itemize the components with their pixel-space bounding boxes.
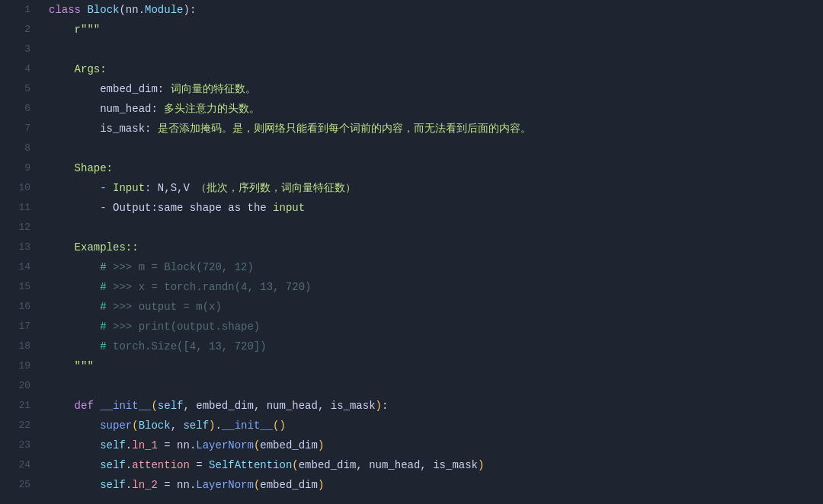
line-num-12: 12 bbox=[6, 218, 30, 238]
code-line-19: """ bbox=[49, 356, 811, 376]
line-num-15: 15 bbox=[6, 277, 30, 297]
code-line-22: super(Block, self).__init__() bbox=[49, 416, 811, 435]
line-num-5: 5 bbox=[6, 79, 30, 99]
code-line-20 bbox=[49, 376, 811, 396]
line-num-25: 25 bbox=[6, 475, 30, 495]
line-num-2: 2 bbox=[6, 20, 30, 40]
code-line-12 bbox=[49, 218, 811, 238]
code-line-3 bbox=[49, 40, 811, 59]
code-line-24: self.attention = SelfAttention(embed_dim… bbox=[49, 455, 811, 475]
code-line-4: Args: bbox=[49, 59, 811, 79]
line-num-9: 9 bbox=[6, 158, 30, 178]
code-line-21: def __init__(self, embed_dim, num_head, … bbox=[49, 396, 811, 416]
line-numbers: 1 2 3 4 5 6 7 8 9 10 11 12 13 14 15 16 1… bbox=[0, 0, 37, 504]
code-line-10: - Input: N,S,V （批次，序列数，词向量特征数） bbox=[49, 178, 811, 198]
code-line-9: Shape: bbox=[49, 158, 811, 178]
line-num-17: 17 bbox=[6, 317, 30, 337]
line-num-7: 7 bbox=[6, 119, 30, 139]
line-num-8: 8 bbox=[6, 139, 30, 158]
line-num-13: 13 bbox=[6, 238, 30, 257]
line-num-4: 4 bbox=[6, 59, 30, 79]
line-num-11: 11 bbox=[6, 198, 30, 218]
line-num-10: 10 bbox=[6, 178, 30, 198]
line-num-19: 19 bbox=[6, 356, 30, 376]
line-num-16: 16 bbox=[6, 297, 30, 317]
code-line-18: # torch.Size([4, 13, 720]) bbox=[49, 337, 811, 356]
code-line-1: class Block(nn.Module): bbox=[49, 0, 811, 20]
line-num-21: 21 bbox=[6, 396, 30, 416]
line-num-22: 22 bbox=[6, 416, 30, 435]
line-num-6: 6 bbox=[6, 99, 30, 119]
line-num-3: 3 bbox=[6, 40, 30, 59]
code-line-14: # >>> m = Block(720, 12) bbox=[49, 257, 811, 277]
code-line-16: # >>> output = m(x) bbox=[49, 297, 811, 317]
code-line-5: embed_dim: 词向量的特征数。 bbox=[49, 79, 811, 99]
line-num-14: 14 bbox=[6, 257, 30, 277]
code-line-8 bbox=[49, 139, 811, 158]
code-line-15: # >>> x = torch.randn(4, 13, 720) bbox=[49, 277, 811, 297]
code-line-25: self.ln_2 = nn.LayerNorm(embed_dim) bbox=[49, 475, 811, 495]
code-line-6: num_head: 多头注意力的头数。 bbox=[49, 99, 811, 119]
code-content[interactable]: class Block(nn.Module): r""" Args: embed… bbox=[37, 0, 823, 504]
code-line-17: # >>> print(output.shape) bbox=[49, 317, 811, 337]
line-num-23: 23 bbox=[6, 435, 30, 455]
line-num-24: 24 bbox=[6, 455, 30, 475]
code-editor: 1 2 3 4 5 6 7 8 9 10 11 12 13 14 15 16 1… bbox=[0, 0, 823, 504]
code-line-11: - Output:same shape as the input bbox=[49, 198, 811, 218]
line-num-1: 1 bbox=[6, 0, 30, 20]
code-line-23: self.ln_1 = nn.LayerNorm(embed_dim) bbox=[49, 435, 811, 455]
code-line-2: r""" bbox=[49, 20, 811, 40]
code-line-13: Examples:: bbox=[49, 238, 811, 257]
line-num-18: 18 bbox=[6, 337, 30, 356]
code-line-7: is_mask: 是否添加掩码。是，则网络只能看到每个词前的内容，而无法看到后面… bbox=[49, 119, 811, 139]
line-num-20: 20 bbox=[6, 376, 30, 396]
